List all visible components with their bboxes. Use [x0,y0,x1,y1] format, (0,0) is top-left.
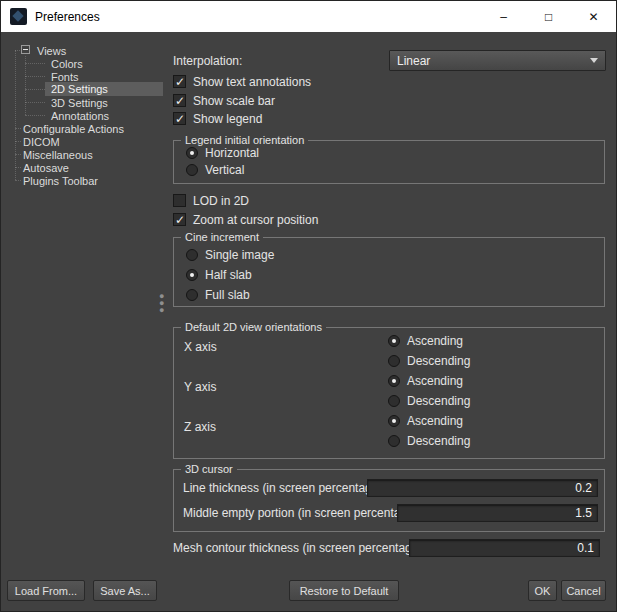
mesh-contour-label: Mesh contour thickness (in screen percen… [173,541,426,555]
group-title: Cine increment [181,230,263,245]
maximize-button[interactable]: □ [526,1,571,32]
close-button[interactable]: ✕ [571,1,616,32]
checkbox-show-scale-bar[interactable]: Show scale bar [173,93,275,108]
radio-icon [388,335,400,347]
preferences-window: Preferences – □ ✕ Views Colors Fonts 2D … [0,0,617,612]
radio-icon [388,395,400,407]
tree-guide-stub [15,167,21,168]
sidebar-item-views[interactable]: Views [37,44,66,58]
tree-guide-stub [25,63,45,64]
middle-empty-portion-field[interactable]: 1.5 [397,504,598,522]
window-controls: – □ ✕ [481,1,616,32]
sidebar-item-plugins-toolbar[interactable]: Plugins Toolbar [23,174,98,188]
splitter-handle[interactable]: ●●● [159,293,164,314]
radio-x-descending[interactable]: Descending [388,354,470,368]
group-title: Default 2D view orientations [181,320,326,335]
z-axis-label: Z axis [184,420,216,434]
tree-collapse-icon[interactable] [21,45,30,54]
sidebar-item-annotations[interactable]: Annotations [51,109,109,123]
line-thickness-label: Line thickness (in screen percentage): [183,481,386,495]
orientation-group: Default 2D view orientations X axis Asce… [173,327,605,459]
cancel-button[interactable]: Cancel [561,580,606,601]
tree-guide-stub [25,89,45,90]
radio-icon [186,249,198,261]
radio-y-descending[interactable]: Descending [388,394,470,408]
checkbox-icon [173,112,186,125]
checkbox-lod-in-2d[interactable]: LOD in 2D [173,193,249,208]
checkbox-icon [173,213,186,226]
group-title: 3D cursor [181,462,237,477]
radio-z-ascending[interactable]: Ascending [388,414,463,428]
radio-icon [388,435,400,447]
radio-icon [186,147,198,159]
checkbox-show-text-annotations[interactable]: Show text annotations [173,74,311,89]
tree-guide-line [25,56,26,115]
checkbox-icon [173,94,186,107]
sidebar-item-2d-settings[interactable]: 2D Settings [45,82,163,96]
mesh-contour-thickness-field[interactable]: 0.1 [409,539,600,557]
radio-icon [186,269,198,281]
radio-y-ascending[interactable]: Ascending [388,374,463,388]
radio-icon [388,355,400,367]
y-axis-label: Y axis [184,380,216,394]
interpolation-label: Interpolation: [173,54,242,68]
sidebar-item-colors[interactable]: Colors [51,57,83,71]
tree-guide-stub [25,115,45,116]
checkbox-icon [173,194,186,207]
tree-guide-stub [25,102,45,103]
line-thickness-field[interactable]: 0.2 [367,479,598,497]
sidebar-item-autosave[interactable]: Autosave [23,161,69,175]
tree-guide-stub [25,76,45,77]
radio-x-ascending[interactable]: Ascending [388,334,463,348]
checkbox-icon [173,75,186,88]
radio-z-descending[interactable]: Descending [388,434,470,448]
cine-increment-group: Cine increment Single image Half slab Fu… [173,237,605,307]
sidebar-item-label: 2D Settings [51,83,108,95]
minimize-button[interactable]: – [481,1,526,32]
chevron-down-icon [590,58,598,63]
sidebar-item-3d-settings[interactable]: 3D Settings [51,96,108,110]
checkbox-show-legend[interactable]: Show legend [173,111,262,126]
tree-guide-stub [15,180,21,181]
sidebar-item-dicom[interactable]: DICOM [23,135,60,149]
radio-icon [388,375,400,387]
radio-icon [186,289,198,301]
radio-full-slab[interactable]: Full slab [186,288,250,302]
restore-to-default-button[interactable]: Restore to Default [289,580,399,601]
save-as-button[interactable]: Save As... [93,580,157,601]
checkbox-zoom-at-cursor[interactable]: Zoom at cursor position [173,212,318,227]
app-icon [10,8,27,25]
interpolation-value: Linear [397,54,590,68]
legend-orientation-group: Legend initial orientation Horizontal Ve… [173,140,605,184]
radio-vertical[interactable]: Vertical [186,163,244,177]
titlebar[interactable]: Preferences – □ ✕ [1,1,616,32]
tree-guide-line [15,50,16,180]
interpolation-select[interactable]: Linear [389,50,606,71]
tree-guide-stub [15,141,21,142]
tree-guide-stub [15,50,20,51]
cursor-3d-group: 3D cursor Line thickness (in screen perc… [173,469,605,532]
radio-half-slab[interactable]: Half slab [186,268,252,282]
radio-icon [186,164,198,176]
x-axis-label: X axis [184,340,217,354]
radio-single-image[interactable]: Single image [186,248,274,262]
sidebar-item-miscellaneous[interactable]: Miscellaneous [23,148,93,162]
sidebar-item-configurable-actions[interactable]: Configurable Actions [23,122,124,136]
middle-empty-portion-label: Middle empty portion (in screen percenta… [183,506,421,520]
radio-icon [388,415,400,427]
tree-guide-stub [15,128,21,129]
window-title: Preferences [35,10,100,24]
tree-guide-stub [15,154,21,155]
ok-button[interactable]: OK [528,580,557,601]
radio-horizontal[interactable]: Horizontal [186,146,259,160]
load-from-button[interactable]: Load From... [7,580,85,601]
